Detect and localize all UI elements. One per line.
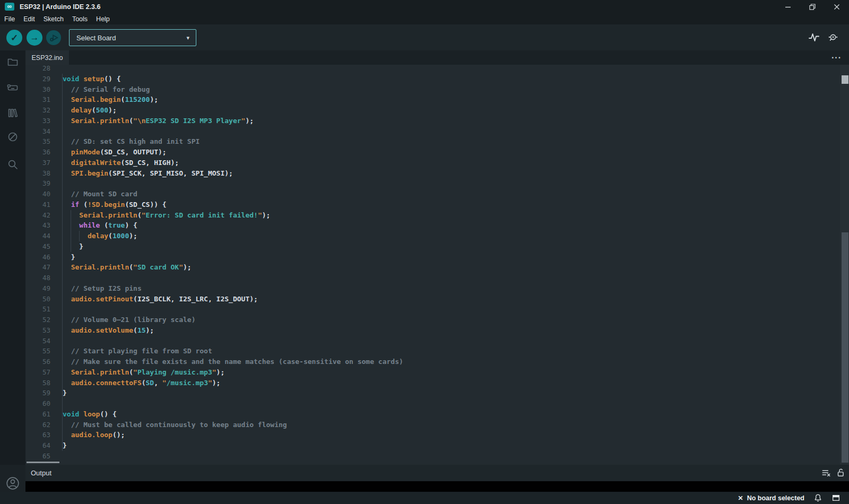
serial-monitor-button[interactable] (827, 31, 839, 44)
menu-tools[interactable]: Tools (68, 14, 92, 24)
line-number: 62 (25, 420, 50, 430)
code-line: 59} (25, 388, 840, 398)
code-line: 62 // Must be called continuously to kee… (25, 420, 840, 430)
line-number: 51 (25, 304, 50, 315)
line-number: 64 (25, 440, 50, 451)
code-line: 31 Serial.begin(115200); (25, 94, 840, 105)
debug-button[interactable] (46, 30, 61, 45)
code-text: Serial.println("Playing /music.mp3"); (63, 367, 224, 378)
board-selector-label: Select Board (76, 34, 116, 42)
folder-icon (6, 56, 19, 68)
line-number: 42 (25, 210, 50, 221)
code-line: 60 (25, 398, 840, 409)
code-line: 41 if (!SD.begin(SD_CS)) { (25, 199, 840, 210)
line-number: 30 (25, 84, 50, 95)
line-number: 31 (25, 94, 50, 105)
serial-plotter-icon (808, 31, 820, 44)
minimize-icon (785, 4, 791, 10)
line-number: 50 (25, 294, 50, 305)
minimize-button[interactable] (776, 0, 800, 13)
window-title: ESP32 | Arduino IDE 2.3.6 (20, 3, 100, 11)
line-number: 48 (25, 273, 50, 283)
code-text: } (63, 241, 83, 252)
menu-bar: File Edit Sketch Tools Help (0, 13, 849, 24)
tab-esp32-ino[interactable]: ESP32.ino (25, 50, 69, 65)
close-button[interactable] (825, 0, 849, 13)
code-text: // Setup I2S pins (63, 283, 142, 294)
code-text: while (true) { (63, 220, 137, 231)
code-text: SPI.begin(SPI_SCK, SPI_MISO, SPI_MOSI); (63, 168, 233, 179)
line-number: 39 (25, 178, 50, 189)
line-number: 44 (25, 231, 50, 241)
toggle-autoscroll-button[interactable] (836, 468, 845, 477)
code-text: audio.setVolume(15); (63, 325, 154, 336)
code-line: 39 (25, 178, 840, 189)
output-console[interactable] (25, 481, 849, 492)
code-line: 29void setup() { (25, 74, 840, 84)
title-bar: ∞ ESP32 | Arduino IDE 2.3.6 (0, 0, 849, 13)
restore-button[interactable] (800, 0, 825, 13)
code-text: } (63, 388, 67, 398)
arrow-right-icon: → (30, 32, 39, 43)
code-line: 48 (25, 273, 840, 283)
vertical-scrollbar-thumb[interactable] (842, 232, 848, 463)
line-number: 59 (25, 388, 50, 398)
code-line: 65 (25, 451, 840, 462)
scrollbar-cursor-marker (842, 75, 848, 84)
tab-overflow-menu[interactable]: ··· (831, 50, 842, 65)
board-status[interactable]: ✕ No board selected (738, 494, 804, 502)
bell-icon (813, 493, 822, 502)
notifications-button[interactable] (813, 493, 822, 502)
serial-monitor-icon (827, 31, 839, 44)
code-editor[interactable]: 2829void setup() {30 // Serial for debug… (25, 65, 840, 465)
line-number: 32 (25, 105, 50, 116)
menu-sketch[interactable]: Sketch (39, 14, 68, 24)
sidebar-item-boards-manager[interactable] (6, 81, 19, 94)
line-number: 60 (25, 398, 50, 409)
code-line: 55 // Start playing file from SD root (25, 346, 840, 357)
line-number: 34 (25, 126, 50, 137)
code-line: 57 Serial.println("Playing /music.mp3"); (25, 367, 840, 378)
code-text: Serial.println("\nESP32 SD I2S MP3 Playe… (63, 116, 254, 126)
line-number: 40 (25, 189, 50, 199)
sidebar-item-sketchbook[interactable] (6, 56, 19, 68)
code-line: 47 Serial.println("SD card OK"); (25, 262, 840, 273)
code-line: 37 digitalWrite(SD_CS, HIGH); (25, 158, 840, 168)
menu-help[interactable]: Help (92, 14, 114, 24)
code-text: // Make sure the file exists and the nam… (63, 357, 403, 367)
code-text: Serial.begin(115200); (63, 94, 158, 105)
sidebar-item-search[interactable] (6, 158, 19, 171)
clear-output-button[interactable] (821, 468, 831, 477)
code-line: 30 // Serial for debug (25, 84, 840, 95)
menu-edit[interactable]: Edit (19, 14, 39, 24)
vertical-scrollbar[interactable] (840, 65, 849, 465)
line-number: 37 (25, 158, 50, 168)
tab-label: ESP32.ino (31, 54, 63, 62)
search-icon (6, 158, 19, 171)
output-panel-title: Output (31, 469, 51, 477)
account-button[interactable] (5, 476, 20, 491)
code-line: 45 } (25, 241, 840, 252)
serial-plotter-button[interactable] (808, 31, 820, 44)
debug-play-icon (48, 32, 59, 44)
code-line: 28 (25, 65, 840, 74)
code-line: 33 Serial.println("\nESP32 SD I2S MP3 Pl… (25, 116, 840, 126)
toggle-bottom-panel-button[interactable] (831, 493, 841, 502)
code-line: 50 audio.setPinout(I2S_BCLK, I2S_LRC, I2… (25, 294, 840, 305)
sidebar-item-debug[interactable] (6, 131, 19, 143)
menu-file[interactable]: File (0, 14, 19, 24)
line-number: 35 (25, 136, 50, 147)
code-text: // Serial for debug (63, 84, 150, 95)
code-line: 63 audio.loop(); (25, 430, 840, 440)
board-selector-dropdown[interactable]: Select Board ▾ (69, 29, 196, 46)
upload-button[interactable]: → (27, 30, 42, 46)
code-text: digitalWrite(SD_CS, HIGH); (63, 158, 179, 168)
code-text: } (63, 440, 67, 451)
code-text: audio.loop(); (63, 430, 125, 440)
horizontal-scrollbar-thumb[interactable] (27, 462, 59, 463)
code-line: 58 audio.connecttoFS(SD, "/music.mp3"); (25, 378, 840, 388)
verify-button[interactable]: ✓ (6, 30, 22, 46)
code-text: Serial.println("SD card OK"); (63, 262, 192, 273)
code-line: 40 // Mount SD card (25, 189, 840, 199)
sidebar-item-library-manager[interactable] (6, 107, 19, 119)
